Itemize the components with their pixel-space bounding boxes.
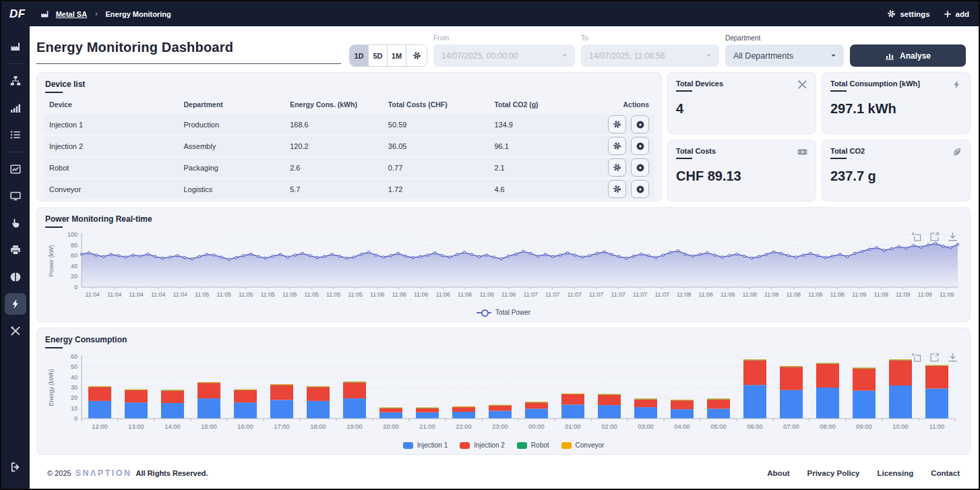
stat-value: CHF 89.13 (676, 169, 807, 184)
svg-text:60: 60 (71, 353, 78, 360)
svg-text:11:05: 11:05 (305, 291, 319, 298)
sidebar-item-sitemap[interactable] (5, 70, 26, 92)
device-power-button[interactable] (631, 137, 649, 155)
svg-text:11:05: 11:05 (261, 291, 275, 298)
svg-text:21:00: 21:00 (419, 423, 435, 430)
device-power-button[interactable] (631, 180, 649, 198)
zoom-select-button[interactable] (911, 353, 921, 363)
device-settings-button[interactable] (608, 158, 626, 177)
department-select[interactable]: All Departments (725, 44, 844, 67)
legend-item-robot[interactable]: Robot (517, 441, 549, 449)
device-power-button[interactable] (631, 158, 649, 177)
to-datetime-input[interactable]: 14/07/2025, 11:08:56 (581, 44, 719, 67)
chevron-down-icon (561, 52, 568, 59)
sidebar-item-tools[interactable] (5, 320, 26, 342)
settings-button[interactable]: settings (887, 9, 929, 18)
sidebar-item-signal-bars[interactable] (5, 97, 26, 119)
zoom-reset-button[interactable] (929, 353, 940, 363)
power-chart-toolbar (911, 232, 958, 242)
column-header: Department (179, 95, 285, 113)
legend-label: Total Power (495, 309, 530, 316)
legend-item-injection-1[interactable]: Injection 1 (403, 441, 448, 449)
main-content: Energy Monitoring Dashboard 1D5D1M From … (30, 26, 979, 489)
sidebar-item-pie-split[interactable] (5, 266, 26, 288)
tools-icon (797, 80, 807, 90)
range-button-1m[interactable]: 1M (388, 45, 406, 66)
app-window: DF Metal SA › Energy Monitoring settings… (0, 0, 980, 490)
time-range-group: 1D5D1M (349, 44, 427, 67)
svg-text:11:08: 11:08 (677, 291, 691, 298)
cell-actions (602, 115, 654, 134)
sitemap-icon (10, 75, 21, 86)
device-settings-button[interactable] (608, 137, 626, 155)
cell-device: Conveyor (44, 179, 179, 199)
zoom-reset-button[interactable] (929, 232, 940, 242)
device-power-button[interactable] (631, 115, 649, 133)
rights-text: All Rights Reserved. (136, 469, 208, 477)
sidebar-item-printer[interactable] (5, 239, 26, 261)
svg-text:11:08: 11:08 (808, 291, 822, 298)
svg-text:60: 60 (71, 252, 78, 259)
chevron-down-icon (830, 52, 837, 59)
cell-costs: 36.05 (383, 136, 489, 156)
range-button-5d[interactable]: 5D (369, 45, 388, 66)
stats-grid: Total Devices4Total Consumption [kWh]297… (667, 72, 971, 202)
sidebar-item-hand-pointer[interactable] (5, 212, 26, 234)
svg-text:11:06: 11:06 (370, 291, 384, 298)
svg-text:10: 10 (71, 405, 78, 412)
zoom-reset-icon (929, 353, 940, 363)
svg-text:11:04: 11:04 (151, 291, 165, 298)
download-button[interactable] (948, 353, 958, 363)
svg-text:11:07: 11:07 (633, 291, 647, 298)
power-circle-icon (636, 163, 645, 173)
sidebar-item-chart-line[interactable] (5, 158, 26, 180)
svg-text:11:04: 11:04 (86, 291, 100, 298)
svg-text:01:00: 01:00 (565, 423, 580, 430)
gear-icon (613, 142, 621, 150)
legend-item-conveyor[interactable]: Conveyor (561, 441, 605, 449)
footer: © 2025 SNΛPTION All Rights Reserved. Abo… (36, 458, 971, 489)
svg-text:07:00: 07:00 (783, 423, 799, 430)
device-settings-button[interactable] (608, 115, 626, 133)
sidebar-item-monitor[interactable] (5, 185, 26, 207)
stat-value: 297.1 kWh (830, 101, 962, 117)
stat-card-total-devices: Total Devices4 (667, 72, 816, 134)
footer-link-licensing[interactable]: Licensing (878, 469, 914, 477)
device-settings-button[interactable] (608, 180, 626, 198)
power-chart-plot: 020406080100 11:0411:0411:0411:0411:0411… (37, 228, 970, 307)
logout-button[interactable] (5, 456, 26, 478)
svg-text:04:00: 04:00 (674, 423, 690, 430)
svg-text:11:06: 11:06 (480, 291, 494, 298)
range-settings-button[interactable] (406, 45, 427, 66)
legend-item-injection-2[interactable]: Injection 2 (460, 441, 505, 449)
stat-value: 4 (676, 101, 807, 117)
column-header: Energy Cons. (kWh) (284, 95, 383, 113)
chevron-down-icon (705, 52, 712, 59)
analyse-button[interactable]: Analyse (850, 44, 966, 67)
sidebar-item-bolt[interactable] (5, 293, 26, 315)
svg-text:80: 80 (71, 242, 78, 249)
zoom-select-button[interactable] (911, 232, 921, 242)
bolt-icon (952, 80, 962, 90)
footer-link-about[interactable]: About (767, 469, 789, 477)
add-button[interactable]: add (944, 10, 969, 18)
breadcrumb-current: Energy Monitoring (105, 10, 171, 18)
legend-item-total-power[interactable]: Total Power (477, 309, 530, 316)
svg-text:11:06: 11:06 (414, 291, 428, 298)
cell-co2: 4.6 (489, 179, 602, 199)
download-button[interactable] (948, 232, 958, 242)
footer-link-contact[interactable]: Contact (931, 469, 960, 477)
app-logo[interactable]: DF (9, 7, 26, 21)
breadcrumb-root-link[interactable]: Metal SA (56, 10, 87, 18)
svg-text:13:00: 13:00 (128, 423, 144, 430)
breadcrumb-separator: › (95, 10, 97, 18)
svg-text:12:00: 12:00 (92, 423, 107, 430)
from-datetime-input[interactable]: 14/07/2025, 00:00:00 (433, 44, 575, 67)
range-button-1d[interactable]: 1D (350, 45, 369, 66)
sidebar-item-list[interactable] (5, 124, 26, 146)
sidebar-item-factory[interactable] (5, 36, 26, 57)
svg-text:17:00: 17:00 (274, 423, 289, 430)
device-table: DeviceDepartmentEnergy Cons. (kWh)Total … (37, 93, 661, 201)
footer-link-privacy-policy[interactable]: Privacy Policy (807, 469, 860, 477)
svg-text:40: 40 (71, 263, 78, 270)
